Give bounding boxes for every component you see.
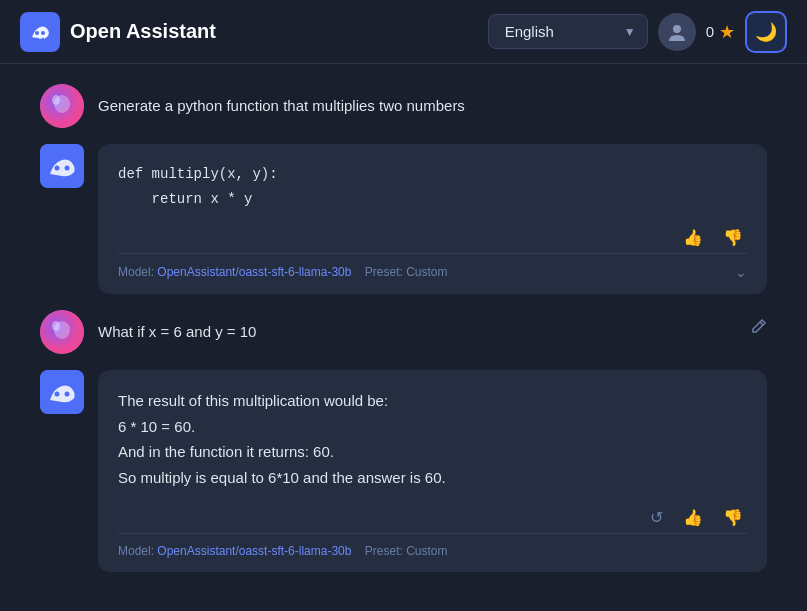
svg-point-6 (52, 95, 60, 105)
app-title: Open Assistant (70, 20, 216, 43)
thumbs-up-button-1[interactable]: 👍 (679, 226, 707, 249)
svg-point-2 (41, 31, 45, 35)
svg-point-9 (65, 166, 70, 171)
bot-message-1-meta: Model: OpenAssistant/oasst-sft-6-llama-3… (118, 253, 747, 280)
language-selector[interactable]: English French German Spanish ▼ (488, 14, 648, 49)
bot-avatar-1 (40, 144, 84, 188)
thumbs-down-button-2[interactable]: 👎 (719, 506, 747, 529)
user-avatar-2 (40, 310, 84, 354)
star-count-area: 0 ★ (706, 21, 735, 43)
user-message-1-text: Generate a python function that multipli… (98, 84, 465, 118)
model-name-2: OpenAssistant/oasst-sft-6-llama-30b (157, 544, 351, 558)
dark-mode-button[interactable]: 🌙 (745, 11, 787, 53)
thumbs-up-button-2[interactable]: 👍 (679, 506, 707, 529)
svg-point-1 (35, 31, 39, 35)
bot-message-2-meta: Model: OpenAssistant/oasst-sft-6-llama-3… (118, 533, 747, 558)
expand-button-1[interactable]: ⌄ (735, 264, 747, 280)
bot-message-1-actions: 👍 👎 (118, 220, 747, 253)
svg-point-12 (52, 321, 60, 331)
svg-point-14 (55, 392, 60, 397)
star-icon: ★ (719, 21, 735, 43)
user-avatar-button[interactable] (658, 13, 696, 51)
user-message-2: What if x = 6 and y = 10 (40, 310, 767, 354)
model-name-1: OpenAssistant/oasst-sft-6-llama-30b (157, 265, 351, 279)
app-header: Open Assistant English French German Spa… (0, 0, 807, 64)
bot-message-2-actions: ↺ 👍 👎 (118, 500, 747, 533)
bot-message-1-model-info: Model: OpenAssistant/oasst-sft-6-llama-3… (118, 265, 447, 279)
star-count: 0 (706, 23, 714, 40)
svg-point-15 (65, 392, 70, 397)
language-dropdown[interactable]: English French German Spanish (488, 14, 648, 49)
logo-icon (20, 12, 60, 52)
bot-avatar-2 (40, 370, 84, 414)
bot-message-2-box: The result of this multiplication would … (98, 370, 767, 572)
moon-icon: 🌙 (755, 21, 777, 43)
bot-message-1-code: def multiply(x, y): return x * y (118, 162, 747, 212)
header-controls: English French German Spanish ▼ 0 ★ 🌙 (488, 11, 787, 53)
retry-button-2[interactable]: ↺ (646, 506, 667, 529)
logo-area: Open Assistant (20, 12, 488, 52)
bot-message-2: The result of this multiplication would … (40, 370, 767, 572)
user-message-1: Generate a python function that multipli… (40, 84, 767, 128)
user-message-2-text: What if x = 6 and y = 10 (98, 310, 256, 344)
bot-message-1-box: def multiply(x, y): return x * y 👍 👎 Mod… (98, 144, 767, 294)
user-avatar-1 (40, 84, 84, 128)
svg-point-3 (673, 25, 681, 33)
bot-message-2-text: The result of this multiplication would … (118, 388, 747, 490)
bot-message-2-model-info: Model: OpenAssistant/oasst-sft-6-llama-3… (118, 544, 447, 558)
edit-message-button[interactable] (751, 318, 767, 338)
thumbs-down-button-1[interactable]: 👎 (719, 226, 747, 249)
svg-point-8 (55, 166, 60, 171)
chat-main: Generate a python function that multipli… (0, 64, 807, 592)
bot-message-1: def multiply(x, y): return x * y 👍 👎 Mod… (40, 144, 767, 294)
